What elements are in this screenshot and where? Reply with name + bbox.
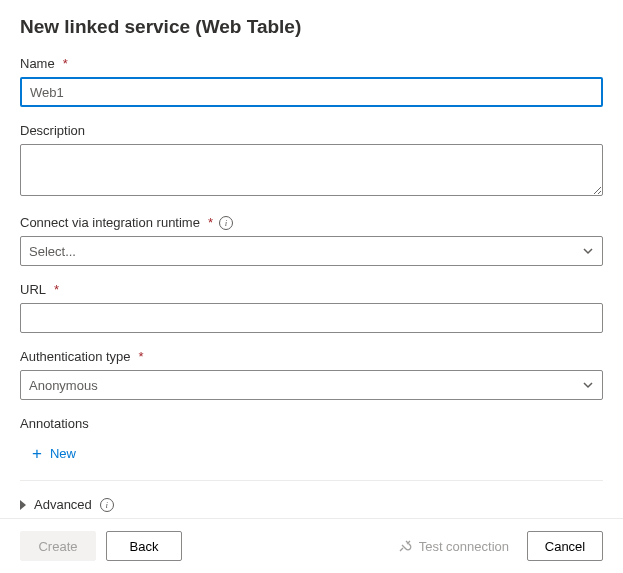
name-input[interactable] [20, 77, 603, 107]
new-label: New [50, 446, 76, 461]
required-asterisk: * [63, 56, 68, 71]
triangle-right-icon [20, 500, 26, 510]
auth-type-label: Authentication type* [20, 349, 603, 364]
advanced-toggle[interactable]: Advanced i [20, 493, 114, 516]
auth-type-select[interactable]: Anonymous [20, 370, 603, 400]
runtime-placeholder: Select... [29, 244, 76, 259]
footer: Create Back Test connection Cancel [0, 518, 623, 573]
url-label: URL* [20, 282, 603, 297]
runtime-label: Connect via integration runtime* i [20, 215, 603, 230]
runtime-select[interactable]: Select... [20, 236, 603, 266]
info-icon[interactable]: i [100, 498, 114, 512]
back-button[interactable]: Back [106, 531, 182, 561]
plus-icon: + [32, 445, 42, 462]
divider [20, 480, 603, 481]
required-asterisk: * [208, 215, 213, 230]
chevron-down-icon [582, 379, 594, 391]
required-asterisk: * [139, 349, 144, 364]
advanced-label: Advanced [34, 497, 92, 512]
plug-icon [397, 538, 413, 554]
annotations-header: Annotations [20, 416, 603, 431]
chevron-down-icon [582, 245, 594, 257]
name-label: Name* [20, 56, 603, 71]
required-asterisk: * [54, 282, 59, 297]
add-annotation-button[interactable]: + New [26, 441, 82, 466]
page-title: New linked service (Web Table) [20, 16, 603, 38]
url-input[interactable] [20, 303, 603, 333]
cancel-button[interactable]: Cancel [527, 531, 603, 561]
description-label: Description [20, 123, 603, 138]
test-connection-button: Test connection [397, 538, 509, 554]
create-button: Create [20, 531, 96, 561]
info-icon[interactable]: i [219, 216, 233, 230]
description-textarea[interactable] [20, 144, 603, 196]
auth-type-value: Anonymous [29, 378, 98, 393]
